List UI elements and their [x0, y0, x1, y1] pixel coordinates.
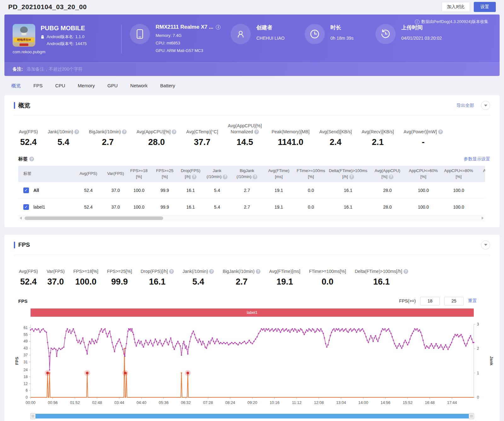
- help-icon[interactable]: ?: [172, 130, 176, 134]
- upload-time-value: 04/01/2021 03:20:02: [401, 36, 442, 41]
- svg-text:07:28: 07:28: [203, 401, 213, 405]
- metric-value: 2.7: [236, 277, 248, 287]
- metric-value: 100.0: [75, 277, 97, 287]
- metric-avg-send-kb-s-: Avg(Send)[KB/s]2.4: [319, 123, 352, 147]
- table-cell: 99.9: [152, 182, 178, 199]
- metric-avg-fps-: Avg(FPS)52.4: [19, 123, 38, 147]
- help-icon[interactable]: ?: [254, 130, 259, 134]
- help-icon[interactable]: ?: [209, 269, 214, 274]
- metric-avg-appcpu-: Avg(AppCPU)[%]?28.0: [136, 123, 176, 147]
- svg-text:61: 61: [24, 326, 28, 330]
- help-icon[interactable]: ?: [223, 175, 227, 179]
- range-slider-left-handle[interactable]: [30, 413, 36, 419]
- app-name: PUBG MOBILE: [41, 25, 116, 32]
- metric-bigjank-10min-: BigJank(/10min)?2.7: [89, 123, 127, 147]
- column-header: FPS>=18[%]: [126, 166, 152, 182]
- tab-fps[interactable]: FPS: [33, 83, 43, 89]
- device-info-icon[interactable]: i: [216, 25, 220, 30]
- app-icon-caption: 绝地求生M: [14, 37, 34, 42]
- table-cell: 19.1: [263, 199, 295, 215]
- overview-metrics-row: Avg(FPS)52.4Jank(/10min)?5.4BigJank(/10m…: [14, 115, 490, 153]
- scroll-left-arrow[interactable]: [18, 216, 23, 221]
- help-icon[interactable]: ?: [74, 130, 79, 134]
- fps-collapse-button[interactable]: [481, 240, 490, 250]
- help-icon[interactable]: ?: [404, 269, 408, 274]
- overview-collapse-button[interactable]: [481, 101, 490, 110]
- svg-text:FPS: FPS: [14, 357, 19, 365]
- chevron-down-icon: [484, 105, 487, 107]
- metric-value: 5.4: [58, 137, 70, 147]
- row-checkbox[interactable]: ✓: [23, 204, 29, 210]
- scroll-right-arrow[interactable]: [480, 216, 485, 221]
- svg-text:01:52: 01:52: [70, 401, 80, 405]
- help-icon[interactable]: ?: [389, 175, 393, 179]
- svg-text:00:56: 00:56: [48, 401, 58, 405]
- tab-概览[interactable]: 概览: [11, 83, 21, 89]
- svg-text:15:52: 15:52: [403, 401, 412, 405]
- duration-block: 时长 0h 18m 39s: [305, 24, 375, 44]
- metric-fps-18-: FPS>=18[%]100.0: [73, 262, 98, 287]
- chevron-down-icon: [484, 244, 487, 246]
- row-checkbox[interactable]: ✓: [23, 187, 29, 193]
- param-display-settings-link[interactable]: 参数显示设置: [464, 156, 490, 162]
- help-icon[interactable]: ?: [29, 157, 34, 161]
- metric-avg-ctemp-c-: Avg(CTemp)[°C]37.7: [186, 123, 218, 147]
- metric-value: 2.1: [372, 137, 384, 147]
- help-icon[interactable]: ?: [169, 269, 174, 274]
- column-header: Avg(FTime)[ms]: [263, 166, 295, 182]
- upload-time-block: 上传时间 04/01/2021 03:20:02: [375, 24, 442, 44]
- help-icon[interactable]: ?: [256, 269, 261, 274]
- fps-filter-label: FPS(>=): [399, 298, 416, 303]
- table-cell: 40.8: [477, 199, 485, 215]
- duration-value: 0h 18m 39s: [330, 36, 353, 41]
- svg-text:18: 18: [24, 374, 28, 379]
- metric-ftime-100ms-: FTime>=100ms[%]0.0: [309, 262, 346, 287]
- history-clock-icon: [375, 24, 396, 44]
- collect-info: i 数据由PerfDog(4.3.200924)版本收集: [415, 19, 488, 25]
- banner-divider: [121, 25, 122, 54]
- settings-button[interactable]: 设置: [474, 2, 496, 12]
- metric-jank-10min-: Jank(/10min)?5.4: [182, 262, 214, 287]
- table-horizontal-scrollbar[interactable]: [18, 216, 485, 221]
- range-slider-right-handle[interactable]: [469, 413, 474, 419]
- tab-battery[interactable]: Battery: [160, 83, 175, 89]
- note-bar[interactable]: 备注: 添加备注，不超过200个字符: [4, 62, 500, 76]
- tab-network[interactable]: Network: [130, 83, 148, 89]
- help-icon[interactable]: ?: [122, 130, 127, 134]
- reset-link[interactable]: 重置: [468, 298, 477, 304]
- row-label: label1: [33, 205, 45, 210]
- chart-range-slider[interactable]: [31, 414, 474, 418]
- tab-cpu[interactable]: CPU: [55, 83, 65, 89]
- creator-label: 创建者: [256, 24, 284, 31]
- table-cell: 5.4: [203, 199, 231, 215]
- scrollbar-thumb[interactable]: [25, 216, 163, 220]
- fps-threshold-high-input[interactable]: [444, 297, 464, 305]
- help-icon[interactable]: ?: [349, 175, 354, 179]
- fps-chart-svg[interactable]: 06121824313743495561012300:0000:5601:520…: [14, 319, 495, 411]
- phone-icon: [130, 24, 150, 44]
- svg-text:02:48: 02:48: [92, 401, 102, 405]
- svg-text:6: 6: [26, 388, 28, 393]
- fps-threshold-low-input[interactable]: [420, 297, 440, 305]
- svg-text:12: 12: [24, 381, 28, 386]
- metric-bigjank-10min-: BigJank(/10min)?2.7: [223, 262, 261, 287]
- metric-avg-power-mw-: Avg(Power)[mW]?-: [404, 123, 443, 147]
- table-cell: 2.7: [231, 182, 263, 199]
- help-icon[interactable]: ?: [438, 130, 443, 134]
- svg-text:14:00: 14:00: [358, 401, 368, 405]
- svg-text:08:24: 08:24: [225, 401, 235, 405]
- tab-gpu[interactable]: GPU: [107, 83, 118, 89]
- svg-text:0: 0: [477, 395, 479, 400]
- row-label: All: [33, 188, 39, 193]
- metric-value: 99.9: [111, 277, 128, 287]
- help-icon[interactable]: ?: [253, 175, 257, 179]
- export-all-link[interactable]: 导出全部: [456, 103, 474, 108]
- metric-avg-recv-kb-s-: Avg(Recv)[KB/s]2.1: [362, 123, 394, 147]
- column-header: Jank(/10min)?: [203, 166, 231, 182]
- svg-text:31: 31: [24, 360, 28, 364]
- table-cell: 100.0: [126, 199, 152, 215]
- column-header: BigJank(/10min)?: [231, 166, 263, 182]
- add-compare-button[interactable]: 加入对比: [442, 2, 470, 12]
- help-icon[interactable]: ?: [192, 175, 197, 179]
- tab-memory[interactable]: Memory: [78, 83, 95, 89]
